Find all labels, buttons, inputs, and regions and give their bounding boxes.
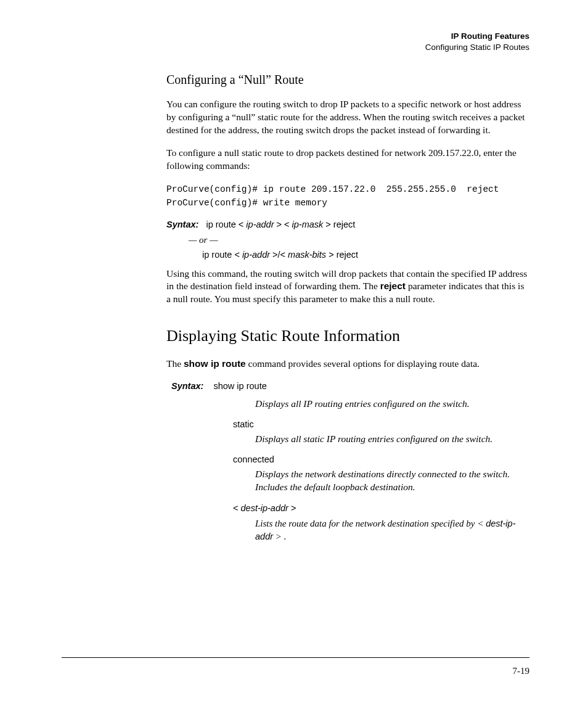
option-keyword-dest-ip: < dest-ip-addr >	[233, 503, 529, 514]
code-block: ProCurve(config)# ip route 209.157.22.0 …	[166, 183, 529, 210]
command-show-ip-route: show ip route	[184, 358, 246, 369]
paragraph: The show ip route command provides sever…	[166, 358, 529, 371]
subsection-title-null-route: Configuring a “Null” Route	[166, 73, 529, 87]
paragraph: To configure a null static route to drop…	[166, 147, 529, 173]
syntax-text: > reject	[326, 250, 358, 260]
option-desc: Lists the route data for the network des…	[255, 517, 529, 543]
header-section: Configuring Static IP Routes	[425, 42, 529, 53]
or-separator: — or —	[189, 235, 529, 245]
syntax-label: Syntax:	[171, 381, 203, 391]
syntax-label: Syntax:	[166, 220, 198, 229]
text-run: Lists the route data for the network des…	[255, 519, 486, 528]
syntax-text	[206, 381, 213, 391]
syntax-arg: ip-addr	[246, 220, 274, 229]
option-desc: Displays the network destinations direct…	[255, 468, 529, 494]
syntax-text: >	[288, 503, 296, 513]
syntax-arg: mask-bits	[288, 250, 326, 260]
syntax-command: show ip route	[213, 381, 266, 391]
text-run: command provides several options for dis…	[246, 358, 480, 369]
running-header: IP Routing Features Configuring Static I…	[425, 31, 529, 53]
syntax-arg: ip-mask	[292, 220, 324, 229]
paragraph: You can configure the routing switch to …	[166, 98, 529, 137]
option-keyword-static: static	[233, 419, 529, 429]
option-keyword-connected: connected	[233, 454, 529, 464]
syntax-text: > reject	[323, 220, 355, 229]
footer-rule	[62, 657, 529, 658]
page-number: 7-19	[513, 666, 530, 676]
header-chapter: IP Routing Features	[425, 31, 529, 42]
syntax-text: ip route <	[202, 250, 242, 260]
syntax-text: > <	[274, 220, 292, 229]
syntax-block: Syntax: show ip route Displays all IP ro…	[171, 380, 529, 543]
syntax-arg: dest-ip-addr	[241, 503, 288, 513]
paragraph: Using this command, the routing switch w…	[166, 268, 529, 306]
text-run: The	[166, 358, 184, 369]
syntax-options: Displays all IP routing entries configur…	[233, 398, 529, 543]
keyword-reject: reject	[380, 281, 406, 291]
syntax-block: Syntax: ip route < ip-addr > < ip-mask >…	[166, 219, 529, 260]
option-desc: Displays all static IP routing entries c…	[255, 433, 529, 446]
syntax-text: ip route <	[206, 220, 246, 229]
syntax-text: <	[233, 503, 241, 513]
syntax-arg: ip-addr	[242, 250, 270, 260]
body-column: Configuring a “Null” Route You can confi…	[166, 68, 529, 552]
text-run: > .	[273, 532, 286, 541]
option-desc: Displays all IP routing entries configur…	[255, 398, 529, 411]
section-title-display-static: Displaying Static Route Information	[166, 327, 529, 345]
syntax-text: >/<	[270, 250, 288, 260]
